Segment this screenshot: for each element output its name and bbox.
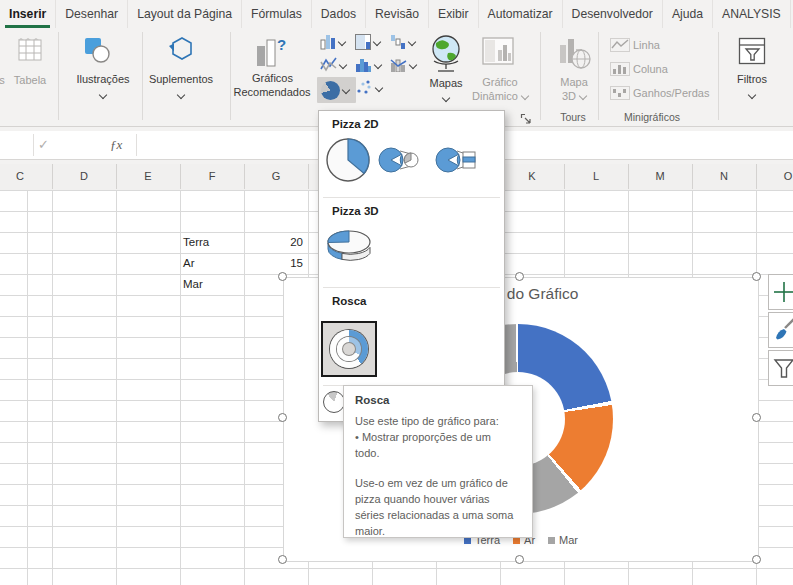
tab-ajuda[interactable]: Ajuda	[663, 0, 713, 28]
chevron-down-icon	[409, 60, 417, 68]
maps-button[interactable]	[428, 33, 464, 75]
insert-line-chart-button[interactable]	[320, 57, 346, 72]
chevron-down-icon	[748, 91, 756, 99]
filters-button[interactable]	[737, 36, 767, 66]
cell-terra-value[interactable]: 20	[245, 232, 303, 253]
map-3d-label-2: 3D	[554, 90, 594, 102]
doughnut-icon-hole	[343, 343, 355, 355]
column-header-l[interactable]: L	[564, 164, 629, 189]
tooltip-line: • Mostrar proporções de um	[355, 429, 521, 445]
recommended-charts-icon: ?	[254, 36, 286, 68]
column-header-k[interactable]: K	[500, 164, 565, 189]
tab-layout-da-pagina[interactable]: Layout da Página	[128, 0, 242, 28]
pivot-chart-label-1: Gráfico	[470, 76, 530, 88]
chart-handle-bottom-middle[interactable]	[515, 555, 524, 564]
chart-filters-button[interactable]	[768, 350, 793, 386]
chart-handle-top-left[interactable]	[278, 272, 287, 281]
column-header-d[interactable]: D	[52, 164, 117, 189]
tab-exibir[interactable]: Exibir	[429, 0, 478, 28]
insert-pie-chart-button[interactable]	[317, 77, 356, 103]
chart-handle-top-middle[interactable]	[515, 272, 524, 281]
map-3d-button[interactable]	[557, 35, 591, 71]
table-button[interactable]	[15, 35, 45, 65]
tooltip-line: Use-o em vez de um gráfico de	[355, 475, 521, 491]
cell-mar[interactable]: Mar	[183, 274, 241, 295]
chart-elements-button[interactable]	[768, 274, 793, 310]
cell-terra[interactable]: Terra	[183, 232, 241, 253]
insert-column-chart-button[interactable]	[320, 34, 345, 50]
pie-2d-icon[interactable]	[325, 137, 371, 183]
column-header-f[interactable]: F	[180, 164, 245, 189]
tab-dados[interactable]: Dados	[312, 0, 366, 28]
more-pie-charts-icon[interactable]	[323, 391, 345, 413]
svg-text:?: ?	[277, 36, 286, 53]
tooltip-line: pizza quando houver várias	[355, 491, 521, 507]
chart-handle-middle-right[interactable]	[752, 413, 761, 422]
menu-separator	[323, 197, 500, 198]
cell-ar[interactable]: Ar	[183, 253, 241, 274]
map-3d-icon	[557, 35, 591, 71]
globe-icon	[428, 33, 464, 75]
hierarchy-chart-icon	[355, 34, 371, 50]
sparkline-winloss-label: Ganhos/Perdas	[633, 87, 709, 99]
charts-dialog-launcher-icon[interactable]	[520, 113, 532, 125]
column-header-n[interactable]: N	[692, 164, 757, 189]
pie-3d-icon[interactable]	[324, 226, 374, 264]
column-header-o[interactable]: O	[756, 164, 793, 189]
recommended-charts-button[interactable]: ?	[254, 36, 286, 68]
enter-checkmark-icon[interactable]: ✓	[38, 131, 49, 159]
tab-desenvolvedor[interactable]: Desenvolvedor	[563, 0, 663, 28]
chart-handle-bottom-right[interactable]	[752, 555, 761, 564]
tab-formulas[interactable]: Fórmulas	[242, 0, 312, 28]
tab-analysis[interactable]: ANALYSIS	[713, 0, 791, 28]
doughnut-chart-option[interactable]	[321, 321, 377, 377]
insert-hierarchy-chart-button[interactable]	[355, 34, 380, 50]
tab-revisao[interactable]: Revisão	[366, 0, 429, 28]
pivot-chart-button[interactable]	[481, 36, 515, 68]
column-header-m[interactable]: M	[628, 164, 693, 189]
maps-label: Mapas	[420, 77, 472, 89]
bar-of-pie-icon[interactable]	[435, 145, 477, 175]
formula-bar-separator	[136, 134, 137, 156]
chart-styles-button[interactable]	[768, 312, 793, 348]
sparkline-winloss-button[interactable]: Ganhos/Perdas	[610, 86, 709, 100]
group-separator	[58, 32, 59, 120]
sparkline-line-button[interactable]: Linha	[610, 38, 660, 52]
tab-automatizar[interactable]: Automatizar	[479, 0, 563, 28]
insert-statistic-chart-button[interactable]	[355, 57, 381, 72]
tab-inserir[interactable]: Inserir	[0, 0, 56, 28]
column-header-c[interactable]: C	[0, 164, 53, 189]
cell-ar-value[interactable]: 15	[245, 253, 303, 274]
chevron-down-icon	[408, 38, 416, 46]
chevron-down-icon	[579, 92, 587, 100]
chart-handle-top-right[interactable]	[752, 272, 761, 281]
sparkline-column-icon	[610, 62, 630, 76]
sparkline-line-label: Linha	[633, 39, 660, 51]
insert-scatter-chart-button[interactable]	[356, 80, 382, 95]
legend-item-mar[interactable]: Mar	[548, 534, 578, 546]
chart-handle-bottom-left[interactable]	[278, 555, 287, 564]
insert-waterfall-chart-button[interactable]	[390, 34, 415, 50]
formula-bar-separator	[33, 134, 34, 156]
column-header-e[interactable]: E	[116, 164, 181, 189]
tooltip-title: Rosca	[355, 394, 521, 406]
combo-chart-icon	[390, 57, 407, 72]
illustrations-label: Ilustrações	[60, 73, 146, 85]
chart-handle-middle-left[interactable]	[278, 413, 287, 422]
tab-desenhar[interactable]: Desenhar	[56, 0, 128, 28]
insert-combo-chart-button[interactable]	[390, 57, 416, 72]
column-header-g[interactable]: G	[244, 164, 309, 189]
doughnut-chart-icon	[330, 330, 368, 368]
column-chart-icon	[320, 34, 336, 50]
sparkline-column-button[interactable]: Coluna	[610, 62, 668, 76]
pie-of-pie-icon[interactable]	[377, 145, 419, 175]
insert-function-fx-icon[interactable]: ƒx	[110, 131, 122, 159]
legend-swatch-mar	[548, 537, 555, 544]
illustrations-button[interactable]	[82, 35, 112, 65]
chevron-down-icon	[521, 92, 529, 100]
menu-section-pie-2d: Pizza 2D	[332, 118, 379, 130]
addins-button[interactable]	[165, 35, 195, 65]
pivot-chart-label-2-text: Dinâmico	[472, 90, 518, 102]
menu-section-pie-3d: Pizza 3D	[332, 205, 379, 217]
pie-chart-dropdown-menu: Pizza 2D Pizza 3D Rosca	[318, 110, 505, 422]
